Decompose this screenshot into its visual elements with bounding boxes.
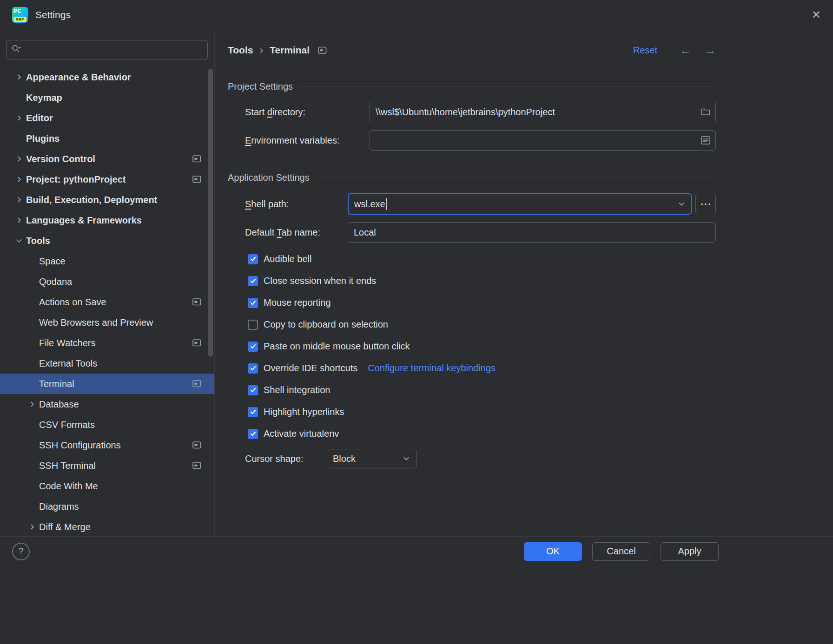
question-mark-icon: ? (18, 546, 23, 557)
sidebar-item-database[interactable]: Database (0, 394, 214, 414)
sidebar-item-label: Diff & Merge (39, 522, 91, 532)
sidebar-item-ssh-configurations[interactable]: SSH Configurations (0, 435, 214, 455)
chevron-right-icon[interactable] (12, 155, 26, 163)
sidebar-item-space[interactable]: Space (0, 251, 214, 271)
checkbox-checked[interactable] (248, 254, 258, 264)
window-title: Settings (35, 9, 71, 20)
checkbox-checked[interactable] (248, 363, 258, 374)
sidebar-item-file-watchers[interactable]: File Watchers (0, 333, 214, 353)
shell-path-label: Shell path: (245, 199, 348, 210)
forward-arrow-icon[interactable]: → (704, 44, 716, 57)
sidebar-item-label: Web Browsers and Preview (39, 317, 153, 328)
section-title-text: Application Settings (228, 172, 310, 183)
sidebar-item-keymap[interactable]: Keymap (0, 87, 214, 108)
sidebar-item-version-control[interactable]: Version Control (0, 149, 214, 169)
sidebar-item-external-tools[interactable]: External Tools (0, 353, 214, 374)
cancel-button[interactable]: Cancel (592, 542, 650, 561)
project-scope-icon (192, 339, 201, 347)
checkbox-label: Audible bell (264, 254, 311, 264)
back-arrow-icon[interactable]: ← (680, 44, 691, 57)
default-tab-name-label: Default Tab name: (245, 227, 348, 238)
checkbox-checked[interactable] (248, 276, 258, 286)
cursor-shape-select[interactable]: Block (327, 449, 417, 468)
environment-variables-row: Environment variables: (245, 130, 716, 151)
text-caret (386, 198, 387, 210)
sidebar-item-ssh-terminal[interactable]: SSH Terminal (0, 455, 214, 476)
history-nav: ← → (680, 44, 716, 57)
search-icon (11, 43, 22, 56)
sidebar-item-terminal[interactable]: Terminal (0, 374, 214, 394)
variables-list-icon[interactable] (701, 136, 710, 145)
chevron-right-icon[interactable] (12, 196, 26, 204)
shell-path-combobox[interactable]: wsl.exe (348, 193, 692, 215)
default-tab-name-row: Default Tab name: (245, 222, 716, 243)
sidebar-item-plugins[interactable]: Plugins (0, 128, 214, 149)
dialog-body: Appearance & BehaviorKeymapEditorPlugins… (0, 30, 833, 536)
checkbox-checked[interactable] (248, 407, 258, 417)
default-tab-name-input[interactable] (348, 222, 716, 243)
sidebar-item-languages-frameworks[interactable]: Languages & Frameworks (0, 210, 214, 230)
sidebar-item-actions-on-save[interactable]: Actions on Save (0, 292, 214, 312)
titlebar: PC EAP Settings ✕ (0, 0, 833, 30)
close-icon[interactable]: ✕ (812, 9, 821, 20)
project-scope-icon (318, 46, 327, 54)
breadcrumb: Tools › Terminal (228, 44, 327, 57)
help-button[interactable]: ? (12, 543, 30, 560)
checkbox-row-copy-to-clipboard-on-selection: Copy to clipboard on selection (248, 314, 716, 335)
chevron-right-icon[interactable] (12, 73, 26, 81)
checkbox-checked[interactable] (248, 385, 258, 395)
checkbox-row-audible-bell: Audible bell (248, 248, 716, 270)
browse-button[interactable]: ⋯ (695, 194, 716, 214)
project-settings-section: Project Settings (228, 80, 716, 93)
configure-keybindings-link[interactable]: Configure terminal keybindings (368, 363, 496, 374)
chevron-down-icon[interactable] (12, 237, 26, 245)
checkbox-unchecked[interactable] (248, 320, 258, 330)
chevron-right-icon[interactable] (12, 216, 26, 224)
start-directory-row: Start directory: (245, 102, 716, 122)
sidebar-item-label: Space (39, 256, 66, 267)
checkbox-checked[interactable] (248, 298, 258, 308)
checkbox-row-highlight-hyperlinks: Highlight hyperlinks (248, 401, 716, 423)
sidebar-item-build-execution-deployment[interactable]: Build, Execution, Deployment (0, 190, 214, 210)
checkbox-label: Shell integration (264, 385, 330, 395)
ok-button[interactable]: OK (524, 542, 582, 561)
chevron-right-icon[interactable] (12, 114, 26, 122)
section-divider (316, 177, 716, 178)
breadcrumb-separator-icon: › (259, 44, 263, 57)
cursor-shape-label: Cursor shape: (245, 453, 327, 464)
checkbox-row-shell-integration: Shell integration (248, 379, 716, 401)
chevron-right-icon[interactable] (25, 523, 39, 531)
chevron-right-icon[interactable] (25, 400, 39, 408)
reset-link[interactable]: Reset (633, 45, 657, 56)
sidebar-item-code-with-me[interactable]: Code With Me (0, 476, 214, 496)
checkbox-label: Close session when it ends (264, 276, 376, 286)
folder-icon[interactable] (701, 108, 710, 116)
environment-variables-input[interactable] (370, 130, 716, 151)
bottom-spacer (0, 566, 833, 644)
search-input[interactable] (25, 45, 204, 55)
sidebar-scrollbar[interactable] (208, 69, 213, 357)
sidebar-item-editor[interactable]: Editor (0, 108, 214, 128)
sidebar-item-tools[interactable]: Tools (0, 230, 214, 251)
checkbox-label: Copy to clipboard on selection (264, 319, 388, 330)
sidebar-item-project-pythonproject[interactable]: Project: pythonProject (0, 169, 214, 190)
project-scope-icon (192, 176, 201, 184)
checkbox-checked[interactable] (248, 429, 258, 439)
sidebar-item-web-browsers-and-preview[interactable]: Web Browsers and Preview (0, 312, 214, 333)
sidebar-item-label: Build, Execution, Deployment (26, 195, 157, 205)
sidebar-item-qodana[interactable]: Qodana (0, 271, 214, 292)
start-directory-input[interactable] (370, 102, 716, 122)
breadcrumb-tools[interactable]: Tools (228, 45, 253, 56)
sidebar-item-diagrams[interactable]: Diagrams (0, 496, 214, 517)
sidebar-item-diff-merge[interactable]: Diff & Merge (0, 517, 214, 536)
checkbox-row-mouse-reporting: Mouse reporting (248, 292, 716, 314)
sidebar-item-label: Version Control (26, 154, 95, 164)
shell-path-value: wsl.exe (354, 199, 385, 210)
chevron-right-icon[interactable] (12, 175, 26, 184)
apply-button[interactable]: Apply (661, 542, 719, 561)
search-field[interactable] (6, 40, 208, 59)
sidebar-item-appearance-behavior[interactable]: Appearance & Behavior (0, 67, 214, 87)
chevron-down-icon[interactable] (677, 199, 686, 209)
checkbox-checked[interactable] (248, 342, 258, 352)
sidebar-item-csv-formats[interactable]: CSV Formats (0, 414, 214, 435)
